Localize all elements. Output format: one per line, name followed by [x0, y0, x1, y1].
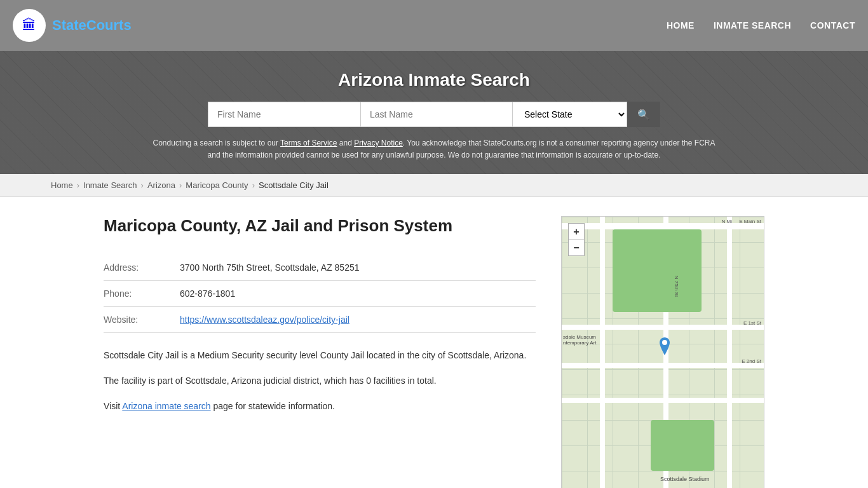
description-3: Visit Arizona inmate search page for sta… — [104, 399, 536, 414]
breadcrumb-sep-3: › — [179, 180, 182, 190]
e-main-st-label: E Main St — [739, 219, 761, 224]
breadcrumb-sep-4: › — [252, 180, 255, 190]
breadcrumb-maricopa[interactable]: Maricopa County — [186, 180, 248, 190]
first-name-input[interactable] — [208, 102, 360, 127]
hero-section: Arizona Inmate Search Select StateAlabam… — [0, 51, 868, 174]
search-button[interactable]: 🔍 — [627, 102, 660, 127]
disclaimer-prefix: Conducting a search is subject to our — [153, 139, 281, 147]
logo-text: StateCourts — [52, 17, 132, 34]
road-h1 — [562, 223, 764, 229]
main-content: Maricopa County, AZ Jail and Prison Syst… — [53, 197, 815, 488]
stadium-label: Scottsdale Stadium — [660, 476, 710, 482]
breadcrumb-sep-1: › — [77, 180, 79, 190]
road-h3 — [562, 363, 764, 368]
phone-row: Phone: 602-876-1801 — [104, 281, 536, 307]
nav-inmate-search[interactable]: INMATE SEARCH — [714, 20, 791, 30]
desc3-prefix: Visit — [104, 401, 122, 411]
road-v3 — [727, 217, 732, 488]
search-bar: Select StateAlabamaAlaskaArizonaArkansas… — [13, 102, 855, 127]
info-table: Address: 3700 North 75th Street, Scottsd… — [104, 255, 536, 333]
breadcrumb-arizona[interactable]: Arizona — [147, 180, 175, 190]
website-link[interactable]: https://www.scottsdaleaz.gov/police/city… — [180, 315, 349, 325]
map-placeholder: E Main St N Mi E 1st St E 2nd St N 75th … — [562, 217, 764, 488]
road-v1 — [600, 217, 605, 488]
disclaimer-and: and — [337, 139, 354, 147]
privacy-link[interactable]: Privacy Notice — [354, 139, 403, 147]
breadcrumb-inmate-search[interactable]: Inmate Search — [83, 180, 137, 190]
info-section: Maricopa County, AZ Jail and Prison Syst… — [104, 216, 536, 488]
zoom-out-button[interactable]: − — [568, 240, 585, 256]
logo-text-courts: Courts — [86, 17, 132, 33]
address-value: 3700 North 75th Street, Scottsdale, AZ 8… — [180, 255, 536, 281]
nav-home[interactable]: HOME — [667, 20, 695, 30]
logo[interactable]: 🏛 StateCourts — [13, 9, 132, 42]
svg-point-0 — [662, 340, 667, 345]
az-inmate-search-link[interactable]: Arizona inmate search — [122, 401, 210, 411]
terms-link[interactable]: Terms of Service — [280, 139, 337, 147]
website-row: Website: https://www.scottsdaleaz.gov/po… — [104, 307, 536, 333]
road-h2 — [562, 325, 764, 330]
breadcrumb-current: Scottsdale City Jail — [259, 180, 329, 190]
description-2: The facility is part of Scottsdale, Ariz… — [104, 374, 536, 389]
description-1: Scottsdale City Jail is a Medium Securit… — [104, 348, 536, 363]
logo-text-state: State — [52, 17, 86, 33]
logo-icon: 🏛 — [13, 9, 46, 42]
hero-disclaimer: Conducting a search is subject to our Te… — [148, 137, 720, 161]
n-mi-label: N Mi — [722, 219, 732, 224]
museum-label: sdale Museumntemporary Art — [563, 334, 596, 346]
e2nd-label: E 2nd St — [742, 358, 761, 364]
map-controls: + − — [568, 223, 585, 256]
map-section: E Main St N Mi E 1st St E 2nd St N 75th … — [561, 216, 764, 488]
search-icon: 🔍 — [637, 109, 650, 121]
website-label: Website: — [104, 307, 180, 333]
website-value: https://www.scottsdaleaz.gov/police/city… — [180, 307, 536, 333]
hero-title: Arizona Inmate Search — [13, 70, 855, 90]
header: 🏛 StateCourts HOME INMATE SEARCH CONTACT — [0, 0, 868, 51]
breadcrumb-home[interactable]: Home — [51, 180, 73, 190]
zoom-in-button[interactable]: + — [568, 223, 585, 240]
address-label: Address: — [104, 255, 180, 281]
breadcrumb: Home › Inmate Search › Arizona › Maricop… — [0, 174, 868, 197]
nav-contact[interactable]: CONTACT — [810, 20, 855, 30]
map-pin — [657, 337, 672, 358]
park-block2 — [651, 420, 714, 471]
phone-label: Phone: — [104, 281, 180, 307]
map-container: E Main St N Mi E 1st St E 2nd St N 75th … — [561, 216, 764, 488]
state-select[interactable]: Select StateAlabamaAlaskaArizonaArkansas… — [513, 102, 627, 127]
page-heading: Maricopa County, AZ Jail and Prison Syst… — [104, 216, 536, 236]
desc3-suffix: page for statewide information. — [211, 401, 335, 411]
phone-value: 602-876-1801 — [180, 281, 536, 307]
road-h4 — [562, 398, 764, 403]
breadcrumb-sep-2: › — [141, 180, 144, 190]
main-nav: HOME INMATE SEARCH CONTACT — [667, 20, 855, 30]
e1st-label: E 1st St — [743, 320, 761, 326]
park-block — [613, 229, 702, 312]
address-row: Address: 3700 North 75th Street, Scottsd… — [104, 255, 536, 281]
last-name-input[interactable] — [360, 102, 513, 127]
n75th-label: N 75th St — [674, 276, 679, 297]
